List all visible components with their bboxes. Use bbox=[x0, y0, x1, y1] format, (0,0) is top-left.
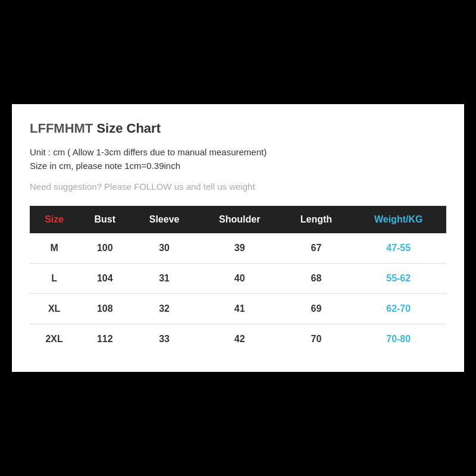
cell-shoulder: 41 bbox=[198, 294, 281, 324]
cell-length: 67 bbox=[281, 233, 350, 264]
cell-shoulder: 42 bbox=[198, 324, 281, 355]
table-row: L 104 31 40 68 55-62 bbox=[30, 264, 446, 294]
suggestion-text: Need suggestion? Please FOLLOW us and te… bbox=[30, 181, 446, 192]
cell-weight: 62-70 bbox=[350, 294, 446, 324]
cell-weight: 47-55 bbox=[350, 233, 446, 264]
cell-shoulder: 39 bbox=[198, 233, 281, 264]
cell-length: 68 bbox=[281, 264, 350, 294]
cell-weight: 70-80 bbox=[350, 324, 446, 355]
cell-shoulder: 40 bbox=[198, 264, 281, 294]
cell-bust: 104 bbox=[79, 264, 131, 294]
cell-size: 2XL bbox=[30, 324, 79, 355]
cell-sleeve: 30 bbox=[131, 233, 198, 264]
cell-length: 70 bbox=[281, 324, 350, 355]
brand-name: LFFMHMT bbox=[30, 121, 93, 136]
cell-sleeve: 33 bbox=[131, 324, 198, 355]
cell-size: M bbox=[30, 233, 79, 264]
cell-size: XL bbox=[30, 294, 79, 324]
header-size: Size bbox=[30, 206, 79, 233]
cell-sleeve: 31 bbox=[131, 264, 198, 294]
unit-note: Unit : cm ( Allow 1-3cm differs due to m… bbox=[30, 147, 446, 157]
cell-size: L bbox=[30, 264, 79, 294]
size-table: Size Bust Sleeve Shoulder Length Weight/… bbox=[30, 206, 446, 354]
cell-bust: 100 bbox=[79, 233, 131, 264]
header-weight: Weight/KG bbox=[350, 206, 446, 233]
header-length: Length bbox=[281, 206, 350, 233]
title-row: LFFMHMT Size Chart bbox=[30, 121, 446, 136]
cell-length: 69 bbox=[281, 294, 350, 324]
header-shoulder: Shoulder bbox=[198, 206, 281, 233]
cell-weight: 55-62 bbox=[350, 264, 446, 294]
header-bust: Bust bbox=[79, 206, 131, 233]
table-row: XL 108 32 41 69 62-70 bbox=[30, 294, 446, 324]
cell-bust: 108 bbox=[79, 294, 131, 324]
cell-sleeve: 32 bbox=[131, 294, 198, 324]
table-row: 2XL 112 33 42 70 70-80 bbox=[30, 324, 446, 355]
cell-bust: 112 bbox=[79, 324, 131, 355]
conversion-note: Size in cm, please note 1cm=0.39inch bbox=[30, 161, 446, 171]
chart-title: Size Chart bbox=[93, 121, 161, 136]
size-chart: LFFMHMT Size Chart Unit : cm ( Allow 1-3… bbox=[12, 104, 464, 372]
table-header-row: Size Bust Sleeve Shoulder Length Weight/… bbox=[30, 206, 446, 233]
header-sleeve: Sleeve bbox=[131, 206, 198, 233]
table-row: M 100 30 39 67 47-55 bbox=[30, 233, 446, 264]
